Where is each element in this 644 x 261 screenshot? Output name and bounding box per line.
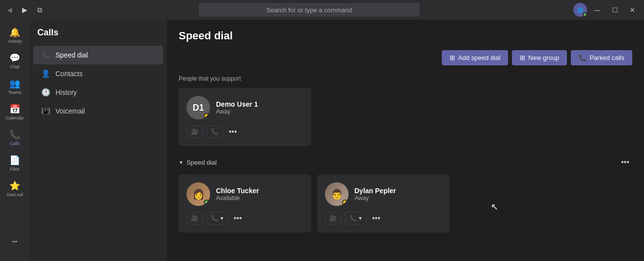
main-content: Speed dial ⊞ Add speed dial ⊞ New group … bbox=[167, 20, 644, 261]
sidebar-title: Calls bbox=[29, 28, 167, 46]
parked-calls-icon: 📞 bbox=[579, 54, 587, 61]
status-dot-available-chloe bbox=[204, 200, 210, 205]
card-header-dylan: 👨 Dylan Pepler Away bbox=[325, 182, 442, 206]
popout-button[interactable]: ⧉ bbox=[34, 4, 45, 16]
sidebar-item-starleaf[interactable]: ⭐ StarLeaf bbox=[3, 177, 27, 201]
sidebar-more-button[interactable]: ••• bbox=[3, 230, 27, 253]
card-header: D1 Demo User 1 Away bbox=[187, 96, 303, 119]
search-input[interactable] bbox=[199, 3, 420, 17]
nav-item-speed-dial[interactable]: 📞 Speed dial bbox=[33, 46, 163, 64]
nav-item-speed-dial-label: Speed dial bbox=[55, 51, 88, 59]
contact-card-dylan-pepler: 👨 Dylan Pepler Away 🎥 📞 bbox=[317, 174, 450, 232]
avatar-dylan-pepler: 👨 bbox=[325, 182, 349, 206]
audio-call-dylan-button[interactable]: 📞 ▾ bbox=[345, 212, 366, 225]
video-call-button[interactable]: 🎥 bbox=[187, 125, 203, 138]
new-group-icon: ⊞ bbox=[520, 54, 525, 61]
nav-item-voicemail[interactable]: 📳 Voicemail bbox=[33, 102, 163, 120]
chat-icon: 💬 bbox=[9, 53, 20, 63]
speed-dial-header: ▼ Speed dial ••• bbox=[179, 156, 632, 169]
contact-info-dylan: Dylan Pepler Away bbox=[354, 187, 396, 202]
nav-item-contacts[interactable]: 👤 Contacts bbox=[33, 64, 163, 83]
actions-row: ⊞ Add speed dial ⊞ New group 📞 Parked ca… bbox=[179, 50, 632, 65]
video-icon: 🎥 bbox=[329, 215, 337, 222]
support-cards-row: D1 Demo User 1 Away 🎥 📞 ••• bbox=[179, 88, 632, 146]
nav-item-contacts-label: Contacts bbox=[55, 70, 82, 78]
phone-icon: 📞 bbox=[211, 215, 218, 222]
speed-dial-title: ▼ Speed dial bbox=[179, 159, 216, 166]
contact-info: Demo User 1 Away bbox=[216, 100, 258, 115]
nav-forward-button[interactable]: ▶ bbox=[19, 4, 30, 16]
contact-info-chloe: Chloe Tucker Available bbox=[216, 187, 259, 202]
speed-dial-section: ▼ Speed dial ••• 👩 Chloe T bbox=[179, 156, 632, 232]
parked-calls-label: Parked calls bbox=[590, 54, 624, 61]
parked-calls-button[interactable]: 📞 Parked calls bbox=[571, 50, 632, 65]
avatar-demo-user-1: D1 bbox=[187, 96, 210, 119]
history-icon: 🕐 bbox=[41, 88, 51, 97]
sidebar-item-calendar[interactable]: 📅 Calendar bbox=[3, 100, 27, 124]
close-button[interactable]: ✕ bbox=[625, 4, 640, 16]
more-options-dylan-button[interactable]: ••• bbox=[370, 212, 382, 225]
card-actions-chloe: 🎥 📞 ▾ ••• bbox=[187, 212, 303, 225]
audio-call-chloe-button[interactable]: 📞 ▾ bbox=[207, 212, 228, 225]
status-dot-away bbox=[204, 113, 210, 119]
video-icon: 🎥 bbox=[191, 215, 198, 222]
card-actions-dylan: 🎥 📞 ▾ ••• bbox=[325, 212, 442, 225]
video-call-dylan-button[interactable]: 🎥 bbox=[325, 212, 341, 225]
support-section-label: People that you support bbox=[179, 75, 632, 82]
sidebar-item-chat[interactable]: 💬 Chat bbox=[3, 49, 27, 73]
contact-card-demo-user-1: D1 Demo User 1 Away 🎥 📞 ••• bbox=[179, 88, 311, 146]
sidebar-item-activity[interactable]: 🔔 Activity bbox=[3, 24, 27, 47]
contacts-icon: 👤 bbox=[41, 69, 51, 78]
calendar-icon: 📅 bbox=[9, 104, 20, 115]
activity-icon: 🔔 bbox=[9, 27, 20, 38]
chevron-down-icon: ▾ bbox=[220, 215, 223, 222]
nav-item-history-label: History bbox=[55, 88, 77, 96]
speed-dial-icon: 📞 bbox=[41, 51, 51, 59]
more-options-chloe-button[interactable]: ••• bbox=[232, 212, 244, 225]
nav-sidebar: Calls 📞 Speed dial 👤 Contacts 🕐 History … bbox=[29, 20, 167, 261]
page-title: Speed dial bbox=[179, 29, 632, 42]
titlebar-left: ◀ ▶ ⧉ bbox=[4, 4, 45, 16]
nav-item-history[interactable]: 🕐 History bbox=[33, 83, 163, 102]
video-call-chloe-button[interactable]: 🎥 bbox=[187, 212, 203, 225]
more-options-button[interactable]: ••• bbox=[227, 125, 239, 138]
new-group-label: New group bbox=[528, 54, 559, 61]
speed-dial-more-icon: ••• bbox=[621, 158, 629, 166]
add-speed-dial-button[interactable]: ⊞ Add speed dial bbox=[442, 50, 508, 65]
sidebar-item-files[interactable]: 📄 Files bbox=[3, 151, 27, 175]
avatar[interactable]: 🌐 bbox=[573, 3, 587, 17]
speed-dial-section-label: Speed dial bbox=[187, 159, 216, 166]
contact-name-chloe: Chloe Tucker bbox=[216, 187, 259, 195]
more-icon: ••• bbox=[12, 239, 18, 244]
card-actions: 🎥 📞 ••• bbox=[187, 125, 303, 138]
phone-icon: 📞 bbox=[349, 215, 357, 222]
card-header-chloe: 👩 Chloe Tucker Available bbox=[187, 182, 303, 206]
contact-card-chloe-tucker: 👩 Chloe Tucker Available 🎥 bbox=[179, 174, 311, 232]
new-group-button[interactable]: ⊞ New group bbox=[512, 50, 567, 65]
icon-sidebar: 🔔 Activity 💬 Chat 👥 Teams 📅 Calendar 📞 C… bbox=[0, 20, 29, 261]
minimize-button[interactable]: — bbox=[589, 4, 605, 16]
add-speed-dial-icon: ⊞ bbox=[450, 54, 455, 61]
sidebar-item-teams[interactable]: 👥 Teams bbox=[3, 75, 27, 98]
speed-dial-cards-row: 👩 Chloe Tucker Available 🎥 bbox=[179, 174, 632, 232]
titlebar: ◀ ▶ ⧉ 🌐 — ☐ ✕ bbox=[0, 0, 644, 20]
maximize-button[interactable]: ☐ bbox=[607, 4, 623, 16]
speed-dial-more-button[interactable]: ••• bbox=[618, 156, 632, 169]
status-dot-away-dylan bbox=[342, 200, 348, 205]
sidebar-item-calls[interactable]: 📞 Calls bbox=[3, 126, 27, 149]
titlebar-right: 🌐 — ☐ ✕ bbox=[573, 3, 640, 17]
status-dot-online bbox=[583, 12, 587, 17]
voicemail-icon: 📳 bbox=[41, 107, 51, 116]
contact-status: Away bbox=[216, 108, 258, 115]
chevron-down-icon: ▾ bbox=[359, 215, 362, 222]
calls-icon: 📞 bbox=[9, 129, 20, 140]
audio-call-button[interactable]: 📞 bbox=[207, 125, 223, 138]
files-icon: 📄 bbox=[9, 155, 20, 166]
teams-icon: 👥 bbox=[9, 78, 20, 89]
nav-item-voicemail-label: Voicemail bbox=[55, 107, 85, 115]
starleaf-icon: ⭐ bbox=[9, 180, 20, 191]
nav-back-button[interactable]: ◀ bbox=[4, 4, 15, 16]
contact-status-chloe: Available bbox=[216, 195, 259, 202]
collapse-icon[interactable]: ▼ bbox=[179, 160, 184, 165]
phone-icon: 📞 bbox=[211, 128, 218, 135]
